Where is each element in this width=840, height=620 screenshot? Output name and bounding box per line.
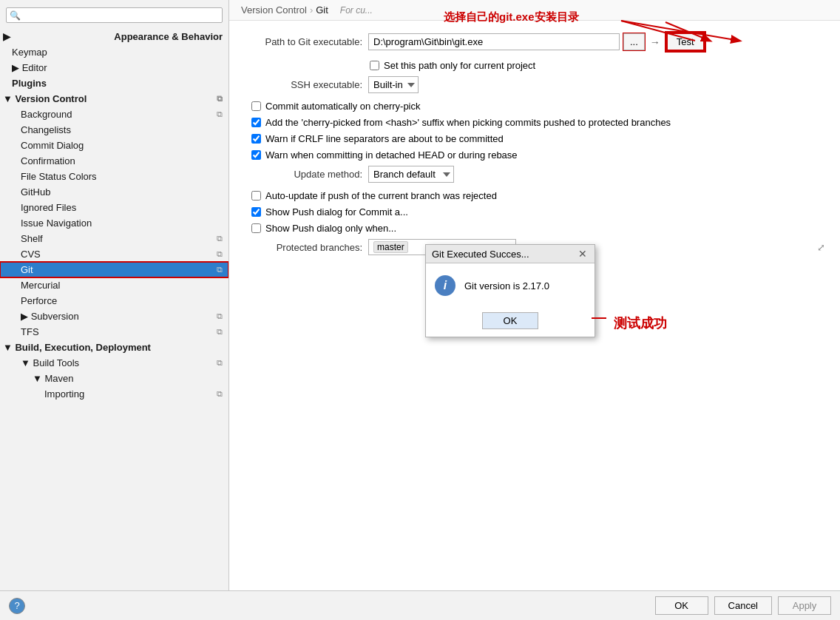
- show-push-only-checkbox[interactable]: [251, 223, 261, 233]
- page-icon: ⧉: [217, 234, 223, 243]
- sidebar-item-shelf[interactable]: Shelf ⧉: [0, 231, 228, 246]
- sidebar-item-changelists[interactable]: Changelists: [0, 122, 228, 138]
- sidebar-item-label: ▶ Subversion: [21, 311, 79, 322]
- sidebar-item-confirmation[interactable]: Confirmation: [0, 153, 228, 169]
- sidebar-item-github[interactable]: GitHub: [0, 184, 228, 200]
- sidebar-item-label: GitHub: [21, 186, 50, 198]
- search-box[interactable]: 🔍: [6, 7, 223, 23]
- git-path-input-group: ... → Test: [368, 31, 825, 53]
- sidebar: 🔍 ▶ Appearance & Behavior Keymap ▶ Edito…: [0, 0, 229, 590]
- sidebar-item-build-tools[interactable]: ▼ Build Tools ⧉: [0, 355, 228, 371]
- sidebar-item-label: TFS: [21, 326, 39, 337]
- git-success-dialog[interactable]: Git Executed Succes... ✕ i Git version i…: [425, 244, 595, 337]
- page-icon: ⧉: [217, 389, 223, 399]
- sidebar-item-label: Background: [21, 109, 72, 120]
- warn-head-checkbox[interactable]: [251, 150, 261, 160]
- dialog-ok-button[interactable]: OK: [482, 312, 539, 329]
- expand-icon[interactable]: ⤢: [817, 242, 825, 253]
- breadcrumb-current: Git: [316, 4, 328, 16]
- sidebar-item-file-status-colors[interactable]: File Status Colors: [0, 169, 228, 184]
- arrow-icon: →: [650, 36, 660, 48]
- sidebar-item-git[interactable]: Git ⧉: [0, 262, 228, 277]
- warn-crlf-row: Warn if CRLF line separators are about t…: [244, 133, 825, 144]
- sidebar-item-appearance[interactable]: ▶ Appearance & Behavior: [0, 29, 228, 44]
- sidebar-item-tfs[interactable]: TFS ⧉: [0, 324, 228, 340]
- page-icon: ⧉: [217, 358, 223, 368]
- sidebar-item-version-control[interactable]: ▼ Version Control ⧉: [0, 91, 228, 107]
- breadcrumb-separator: ›: [310, 4, 313, 16]
- sidebar-item-background[interactable]: Background ⧉: [0, 107, 228, 122]
- sidebar-item-label: Changelists: [21, 124, 71, 135]
- sidebar-item-label: Issue Navigation: [21, 218, 92, 229]
- sidebar-item-label: ▼ Build, Execution, Deployment: [3, 342, 151, 353]
- warn-crlf-checkbox[interactable]: [251, 134, 261, 144]
- warn-crlf-label: Warn if CRLF line separators are about t…: [265, 133, 504, 144]
- show-push-checkbox[interactable]: [251, 207, 261, 217]
- update-method-row: Update method: Branch default Merge Reba…: [244, 166, 825, 183]
- dialog-close-button[interactable]: ✕: [577, 248, 589, 260]
- ssh-select[interactable]: Built-in Native: [368, 76, 419, 93]
- protected-label: Protected branches:: [244, 242, 362, 253]
- sidebar-item-editor[interactable]: ▶ Editor: [0, 60, 228, 75]
- page-icon: ⧉: [217, 94, 223, 104]
- sidebar-item-issue-navigation[interactable]: Issue Navigation: [0, 215, 228, 231]
- sidebar-item-maven[interactable]: ▼ Maven: [0, 371, 228, 386]
- apply-button[interactable]: Apply: [778, 596, 831, 615]
- dialog-footer: OK: [426, 308, 595, 337]
- update-select[interactable]: Branch default Merge Rebase: [368, 166, 454, 183]
- cherry-pick-label: Commit automatically on cherry-pick: [265, 101, 421, 112]
- show-push-label: Show Push dialog for Commit a...: [265, 206, 408, 218]
- sidebar-item-label: Mercurial: [21, 280, 60, 291]
- show-push-only-row: Show Push dialog only when...: [244, 223, 825, 234]
- warn-head-label: Warn when committing in detached HEAD or…: [265, 149, 518, 161]
- sidebar-item-keymap[interactable]: Keymap: [0, 44, 228, 60]
- git-path-input[interactable]: [368, 33, 620, 50]
- show-push-only-label: Show Push dialog only when...: [265, 223, 396, 234]
- sidebar-item-label: Plugins: [12, 78, 47, 89]
- sidebar-item-commit-dialog[interactable]: Commit Dialog: [0, 138, 228, 153]
- sidebar-item-label: Appearance & Behavior: [114, 31, 223, 42]
- sidebar-item-label: ▼ Build Tools: [21, 357, 79, 368]
- sidebar-item-subversion[interactable]: ▶ Subversion ⧉: [0, 309, 228, 324]
- sidebar-item-label: Git: [21, 264, 33, 275]
- browse-button[interactable]: ...: [623, 33, 645, 50]
- add-suffix-row: Add the 'cherry-picked from <hash>' suff…: [244, 117, 825, 128]
- set-path-label: Set this path only for current project: [384, 60, 535, 71]
- sidebar-item-plugins[interactable]: Plugins: [0, 75, 228, 91]
- cancel-button[interactable]: Cancel: [714, 596, 772, 615]
- dialog-title-text: Git Executed Succes...: [432, 249, 529, 260]
- search-input[interactable]: [24, 10, 219, 21]
- sidebar-item-perforce[interactable]: Perforce: [0, 293, 228, 309]
- help-button[interactable]: ?: [9, 598, 25, 614]
- test-button[interactable]: Test: [666, 33, 705, 51]
- add-suffix-checkbox[interactable]: [251, 118, 261, 127]
- sidebar-item-cvs[interactable]: CVS ⧉: [0, 246, 228, 262]
- cherry-pick-checkbox[interactable]: [251, 101, 261, 111]
- dots-btn-wrapper: ...: [623, 33, 646, 51]
- sidebar-item-build-execution[interactable]: ▼ Build, Execution, Deployment: [0, 340, 228, 355]
- auto-update-row: Auto-update if push of the current branc…: [244, 190, 825, 201]
- add-suffix-label: Add the 'cherry-picked from <hash>' suff…: [265, 117, 671, 128]
- ok-button[interactable]: OK: [655, 596, 708, 615]
- dialog-title-bar: Git Executed Succes... ✕: [426, 245, 595, 263]
- breadcrumb: Version Control › Git For cu...: [229, 0, 840, 21]
- sidebar-item-label: ▼ Maven: [33, 373, 74, 384]
- info-icon: i: [435, 275, 455, 296]
- sidebar-item-ignored-files[interactable]: Ignored Files: [0, 200, 228, 215]
- sidebar-item-label: Shelf: [21, 233, 43, 244]
- dialog-message: Git version is 2.17.0: [464, 280, 549, 292]
- bottom-buttons: OK Cancel Apply: [655, 596, 831, 615]
- ssh-label: SSH executable:: [244, 79, 362, 90]
- page-icon: ⧉: [217, 311, 223, 321]
- sidebar-item-label: CVS: [21, 249, 41, 260]
- sidebar-item-label: ▶ Editor: [12, 62, 47, 73]
- set-path-checkbox[interactable]: [370, 61, 379, 70]
- master-tag: master: [373, 241, 408, 253]
- sidebar-item-importing[interactable]: Importing ⧉: [0, 386, 228, 402]
- sidebar-item-mercurial[interactable]: Mercurial: [0, 277, 228, 293]
- ssh-row: SSH executable: Built-in Native: [244, 76, 825, 93]
- auto-update-checkbox[interactable]: [251, 191, 261, 201]
- page-icon: ⧉: [217, 109, 223, 119]
- main-content: 🔍 ▶ Appearance & Behavior Keymap ▶ Edito…: [0, 0, 840, 590]
- sidebar-item-label: Perforce: [21, 295, 57, 306]
